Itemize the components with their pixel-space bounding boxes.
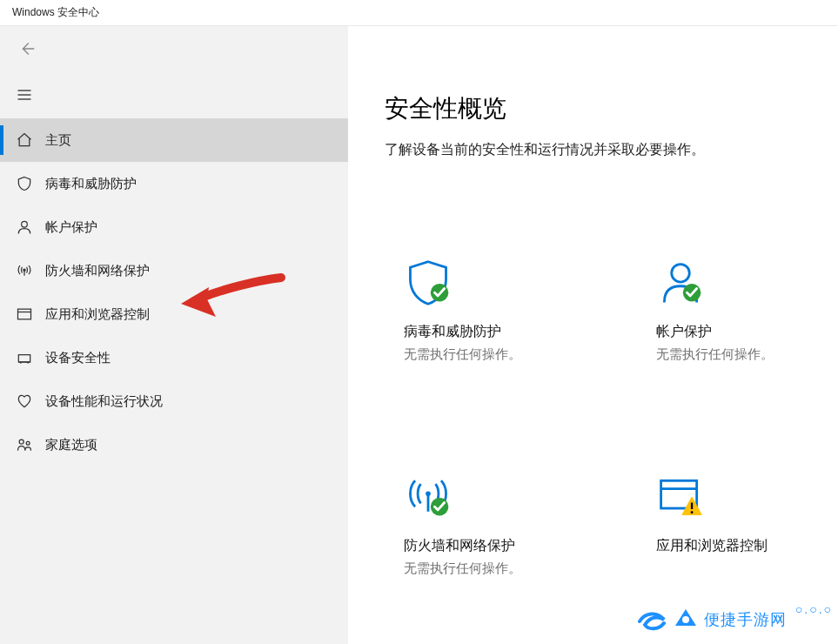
- window-titlebar: Windows 安全中心: [0, 0, 838, 26]
- window-warning-icon: [656, 450, 830, 521]
- nav-list: 主页 病毒和威胁防护 帐户保护 防火墙和网络保护: [0, 118, 348, 466]
- antenna-check-icon: [404, 450, 578, 521]
- svg-point-23: [691, 511, 694, 513]
- watermark: 便捷手游网 ○.○.○: [636, 604, 833, 635]
- back-button[interactable]: [17, 39, 37, 58]
- watermark-dots: ○.○.○: [795, 602, 833, 616]
- card-title: 防火墙和网络保护: [404, 537, 578, 555]
- card-virus-protection[interactable]: 病毒和威胁防护 无需执行任何操作。: [404, 236, 578, 363]
- home-icon: [16, 131, 45, 149]
- sidebar-item-label: 家庭选项: [45, 437, 97, 453]
- svg-point-24: [682, 616, 689, 623]
- svg-point-3: [22, 221, 28, 227]
- sidebar-item-app-browser[interactable]: 应用和浏览器控制: [0, 292, 348, 336]
- window-icon: [16, 305, 45, 323]
- main-content: 安全性概览 了解设备当前的安全性和运行情况并采取必要操作。 病毒和威胁防护 无需…: [348, 26, 838, 644]
- menu-button[interactable]: [16, 86, 33, 104]
- overview-cards: 病毒和威胁防护 无需执行任何操作。 帐户保护 无需执行任何操作。: [385, 159, 838, 577]
- svg-point-4: [23, 269, 25, 271]
- sidebar-item-label: 应用和浏览器控制: [45, 306, 150, 323]
- person-check-icon: [656, 236, 830, 307]
- svg-point-13: [26, 441, 30, 445]
- card-firewall[interactable]: 防火墙和网络保护 无需执行任何操作。: [404, 450, 578, 577]
- card-status: 无需执行任何操作。: [656, 346, 830, 363]
- watermark-tri-icon: [673, 607, 699, 633]
- sidebar-item-family[interactable]: 家庭选项: [0, 423, 348, 466]
- card-app-browser[interactable]: 应用和浏览器控制: [656, 450, 830, 577]
- watermark-swoosh-icon: [636, 604, 667, 635]
- page-title: 安全性概览: [385, 92, 838, 125]
- heart-icon: [16, 392, 45, 410]
- antenna-icon: [16, 262, 45, 279]
- sidebar-item-device-health[interactable]: 设备性能和运行状况: [0, 379, 348, 423]
- person-icon: [16, 218, 45, 236]
- svg-rect-6: [18, 309, 31, 319]
- card-title: 病毒和威胁防护: [404, 323, 578, 341]
- family-icon: [16, 436, 45, 453]
- sidebar-item-label: 主页: [45, 132, 71, 149]
- sidebar-item-virus[interactable]: 病毒和威胁防护: [0, 162, 348, 205]
- sidebar: 主页 病毒和威胁防护 帐户保护 防火墙和网络保护: [0, 26, 348, 644]
- sidebar-item-label: 病毒和威胁防护: [45, 176, 137, 192]
- sidebar-item-account[interactable]: 帐户保护: [0, 205, 348, 249]
- svg-point-15: [672, 265, 690, 283]
- sidebar-item-device-security[interactable]: 设备安全性: [0, 336, 348, 379]
- card-title: 帐户保护: [656, 323, 830, 341]
- chip-icon: [16, 349, 45, 366]
- sidebar-item-home[interactable]: 主页: [0, 118, 348, 162]
- shield-outline-icon: [16, 175, 45, 192]
- card-account-protection[interactable]: 帐户保护 无需执行任何操作。: [656, 236, 830, 363]
- page-subtitle: 了解设备当前的安全性和运行情况并采取必要操作。: [385, 141, 838, 159]
- card-title: 应用和浏览器控制: [656, 537, 830, 555]
- svg-point-12: [19, 439, 23, 444]
- sidebar-item-label: 设备安全性: [45, 350, 111, 366]
- card-status: 无需执行任何操作。: [404, 346, 578, 363]
- sidebar-item-firewall[interactable]: 防火墙和网络保护: [0, 249, 348, 292]
- watermark-text: 便捷手游网: [704, 609, 787, 630]
- shield-check-icon: [404, 236, 578, 307]
- card-status: 无需执行任何操作。: [404, 560, 578, 577]
- window-title: Windows 安全中心: [12, 5, 99, 20]
- sidebar-item-label: 防火墙和网络保护: [45, 263, 150, 279]
- sidebar-item-label: 设备性能和运行状况: [45, 393, 163, 410]
- svg-rect-8: [18, 355, 30, 362]
- sidebar-item-label: 帐户保护: [45, 219, 97, 236]
